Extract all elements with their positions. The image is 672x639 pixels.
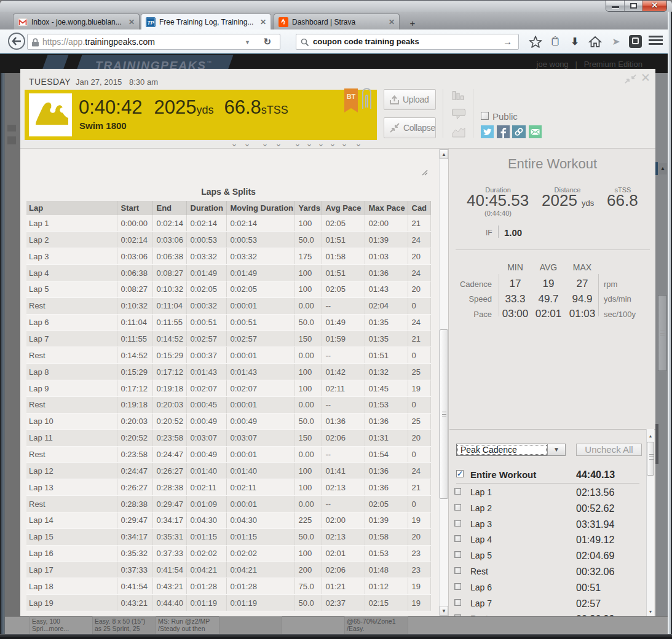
svg-text:TP: TP bbox=[148, 19, 154, 25]
